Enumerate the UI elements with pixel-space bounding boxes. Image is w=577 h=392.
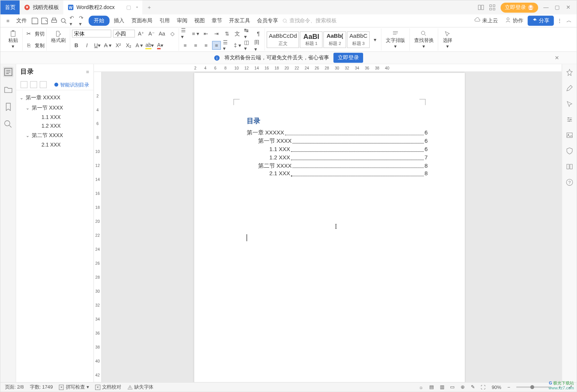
file-menu[interactable]: 文件 xyxy=(14,16,29,25)
horizontal-ruler[interactable]: 246810121416182022242628303234363840 xyxy=(94,64,562,72)
tree-item[interactable]: ⌄第二节 XXXX xyxy=(20,130,90,140)
text-layout-button[interactable]: 文字排版 ▾ xyxy=(383,29,408,50)
bold-button[interactable]: B xyxy=(72,41,81,50)
cursor-icon[interactable] xyxy=(565,100,573,108)
tree-item[interactable]: 2.1 XXX xyxy=(20,140,90,149)
folder-icon[interactable] xyxy=(3,84,14,95)
tree-item[interactable]: 1.1 XXX xyxy=(20,113,90,122)
increase-font-icon[interactable]: A⁺ xyxy=(137,29,145,38)
font-select[interactable] xyxy=(72,30,111,38)
tab-home[interactable]: 首页 xyxy=(0,0,20,14)
notification-login-button[interactable]: 立即登录 xyxy=(333,53,363,63)
cut-button[interactable]: ✂ xyxy=(25,29,33,38)
paste-button[interactable]: 粘贴 ▾ xyxy=(6,29,20,50)
toc-entry[interactable]: 第一章 XXXXX6 xyxy=(247,129,428,137)
vertical-ruler[interactable]: 2468101214161820222426283032343638404244… xyxy=(94,72,102,382)
view-outline-icon[interactable]: ▥ xyxy=(440,384,444,390)
view-read-icon[interactable]: ▭ xyxy=(450,384,455,390)
notification-close-icon[interactable]: ✕ xyxy=(555,55,559,61)
close-button[interactable]: ✕ xyxy=(566,5,572,11)
increase-indent-button[interactable]: ⇥ xyxy=(212,29,221,38)
nav-tool-2[interactable] xyxy=(30,81,37,88)
apps-icon[interactable] xyxy=(489,5,495,11)
tab-insert[interactable]: 插入 xyxy=(111,16,127,25)
style-heading1[interactable]: AaBl标题 1 xyxy=(300,31,323,48)
toc-entry[interactable]: 第二节 XXXX8 xyxy=(247,162,428,170)
bullets-button[interactable]: ☰ ▾ xyxy=(181,29,189,38)
toc-entry[interactable]: 1.2 XXX7 xyxy=(247,154,428,161)
share-button[interactable]: 分享 xyxy=(527,16,554,26)
strike-button[interactable]: A̶ ▾ xyxy=(104,41,112,50)
style-heading2[interactable]: AaBb(标题 2 xyxy=(323,31,346,48)
outline-icon[interactable] xyxy=(3,67,14,77)
show-marks-button[interactable]: ¶ xyxy=(254,29,263,38)
toc-entry[interactable]: 2.1 XXX8 xyxy=(247,170,428,178)
tab-review[interactable]: 审阅 xyxy=(174,16,190,25)
tab-view[interactable]: 视图 xyxy=(192,16,207,25)
hamburger-icon[interactable]: ≡ xyxy=(4,17,12,25)
tab-chapter[interactable]: 章节 xyxy=(209,16,225,25)
copy-button[interactable]: ⎘ xyxy=(25,41,33,50)
line-spacing-button[interactable]: ‡ ▾ xyxy=(233,41,242,50)
proofread[interactable]: ×文档校对 xyxy=(95,384,121,390)
layout-icon[interactable] xyxy=(478,5,484,11)
collapse-ribbon-icon[interactable]: ︿ xyxy=(565,17,573,25)
add-tab-button[interactable]: ＋ xyxy=(142,4,156,11)
tab-start[interactable]: 开始 xyxy=(88,16,109,26)
find-replace-button[interactable]: 查找替换 ▾ xyxy=(412,29,436,50)
tab-menu-icon[interactable]: ▢ xyxy=(126,5,131,11)
zoom-slider[interactable] xyxy=(516,386,551,387)
style-normal[interactable]: AaBbCcDd正文 xyxy=(267,31,299,48)
underline-button[interactable]: U ▾ xyxy=(93,41,102,50)
save-as-icon[interactable] xyxy=(40,17,48,25)
tree-item[interactable]: ⌄第一节 XXXX xyxy=(20,103,90,113)
shading-button[interactable]: ◫ ▾ xyxy=(243,41,252,50)
superscript-button[interactable]: X² xyxy=(114,41,122,50)
change-case-icon[interactable]: Aa xyxy=(158,29,166,38)
print-preview-icon[interactable] xyxy=(60,17,68,25)
style-heading3[interactable]: AaBbC标题 3 xyxy=(347,31,370,48)
shield-icon[interactable] xyxy=(565,147,573,155)
word-count[interactable]: 字数: 1749 xyxy=(30,384,53,390)
pen-icon[interactable] xyxy=(565,84,573,92)
redo-icon[interactable]: ↷ ▾ xyxy=(79,17,87,25)
image-icon[interactable] xyxy=(565,131,573,139)
tree-item[interactable]: ⌄第一章 XXXXX xyxy=(20,93,90,103)
maximize-button[interactable]: ▢ xyxy=(555,5,561,11)
tab-page-layout[interactable]: 页面布局 xyxy=(129,16,155,25)
cloud-status[interactable]: 未上云 xyxy=(472,16,501,25)
text-effects-button[interactable]: A ▾ xyxy=(135,41,144,50)
print-icon[interactable] xyxy=(50,17,58,25)
align-left-button[interactable]: ≡ xyxy=(181,41,189,50)
toc-entry[interactable]: 1.1 XXX6 xyxy=(247,146,428,153)
tab-document[interactable]: W Word教程2.docx ▢ • xyxy=(63,0,142,14)
select-button[interactable]: 选择 ▾ xyxy=(440,29,455,50)
align-center-button[interactable]: ≡ xyxy=(191,41,200,50)
missing-font[interactable]: !缺失字体 xyxy=(127,384,153,390)
subscript-button[interactable]: X₂ xyxy=(124,41,133,50)
book-icon[interactable] xyxy=(565,163,573,171)
toc-entry[interactable]: 第一节 XXXX6 xyxy=(247,137,428,145)
font-size-select[interactable] xyxy=(113,30,135,38)
align-right-button[interactable]: ≡ xyxy=(202,41,210,50)
undo-icon[interactable]: ↶ ▾ xyxy=(70,17,77,25)
spell-check[interactable]: ×拼写检查 ▾ xyxy=(59,384,89,390)
tab-button[interactable]: ↹ ▾ xyxy=(243,29,252,38)
asian-layout-button[interactable]: 文 xyxy=(233,29,242,38)
font-color-button[interactable]: A ▾ xyxy=(156,41,164,50)
page[interactable]: 目录 第一章 XXXXX6第一节 XXXX61.1 XXX61.2 XXX7第二… xyxy=(194,73,465,382)
tab-references[interactable]: 引用 xyxy=(157,16,173,25)
borders-button[interactable]: 田 ▾ xyxy=(254,41,263,50)
brightness-icon[interactable]: ☼ xyxy=(419,384,423,390)
nav-tool-1[interactable] xyxy=(20,81,27,88)
fit-icon[interactable]: ⛶ xyxy=(481,384,486,390)
tree-item[interactable]: 1.2 XXX xyxy=(20,122,90,130)
zoom-level[interactable]: 90% xyxy=(492,384,501,390)
settings-icon[interactable] xyxy=(565,116,573,123)
nav-menu-icon[interactable]: ≡ xyxy=(86,69,89,75)
page-indicator[interactable]: 页面: 2/8 xyxy=(5,384,24,390)
styles-more-icon[interactable]: ▾ xyxy=(371,35,379,44)
italic-button[interactable]: I xyxy=(82,41,91,50)
sort-button[interactable]: ⇅ xyxy=(223,29,231,38)
save-icon[interactable] xyxy=(31,17,39,25)
